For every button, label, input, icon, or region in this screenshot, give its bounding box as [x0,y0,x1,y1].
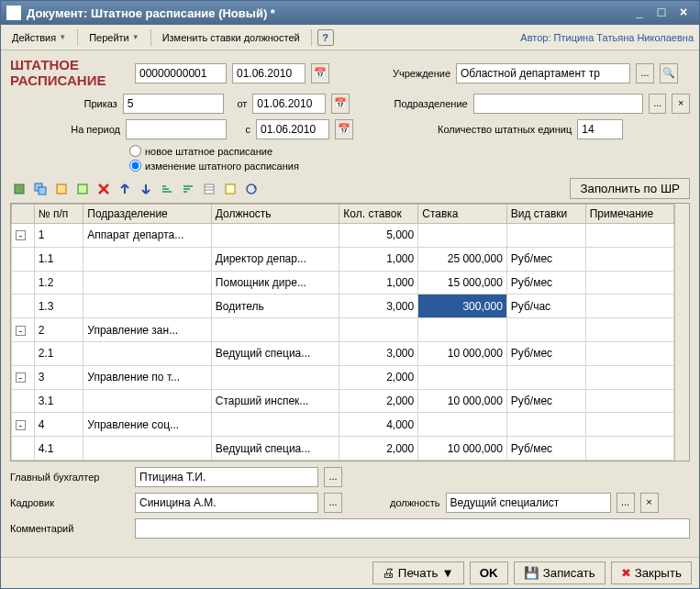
author-name: Птицина Татьяна Николаевна [554,32,694,43]
copy-row-icon[interactable] [31,180,50,198]
radio-change-label: изменение штатного расписания [145,161,299,172]
radio-new-input[interactable] [129,145,141,157]
svg-rect-5 [162,185,166,187]
column-header[interactable]: Ставка [418,205,507,224]
ok-button[interactable]: OK [470,561,508,584]
period-date-input[interactable] [256,119,329,139]
column-header[interactable]: Подразделение [83,205,212,224]
goto-menu[interactable]: Перейти▼ [83,29,145,46]
calendar-icon[interactable]: 📅 [311,63,329,83]
sort-desc-icon[interactable] [179,180,197,198]
svg-rect-7 [162,191,172,193]
table-row[interactable]: 1.3Водитель3,000300,000Руб/час [12,294,674,318]
move-up-icon[interactable] [116,180,134,198]
table-row[interactable]: 1.2Помощник дире...1,00015 000,000Руб/ме… [12,271,674,294]
close-icon: ✖ [621,566,631,580]
tree-toggle-icon[interactable]: - [16,372,26,383]
table-row[interactable]: -2Управление зан... [12,318,674,342]
hr-label: Кадровик [10,497,129,508]
move-down-icon[interactable] [137,180,155,198]
svg-rect-6 [162,188,169,190]
staffing-table: № п/пПодразделениеДолжностьКол. ставокСт… [11,204,674,461]
list-icon[interactable] [200,180,218,198]
units-input[interactable] [577,119,623,139]
column-header[interactable]: Кол. ставок [339,205,418,224]
column-header[interactable]: Вид ставки [506,205,585,224]
org-label: Учреждение [368,68,450,79]
close-button[interactable]: ✖Закрыть [611,561,692,584]
radio-new-label: новое штатное расписание [145,146,272,157]
svg-rect-11 [205,184,214,194]
comment-input[interactable] [135,518,690,539]
doc-number-input[interactable] [135,63,227,83]
period-input[interactable] [126,119,227,139]
select-button[interactable]: ... [324,467,342,487]
order-input[interactable] [123,94,224,114]
table-row[interactable]: 4.1Ведущий специа...2,00010 000,000Руб/м… [12,437,674,461]
position-label: должность [390,497,440,508]
order-date-input[interactable] [252,94,326,114]
clear-button[interactable]: × [640,493,659,513]
add-row-icon[interactable] [10,180,28,198]
delete-row-icon[interactable] [94,180,113,198]
position-input[interactable] [446,493,611,513]
edit-row-icon[interactable] [52,180,71,198]
select-button[interactable]: ... [636,63,654,83]
tree-toggle-icon[interactable]: - [16,420,26,430]
svg-rect-0 [15,184,24,194]
table-row[interactable]: 2.1Ведущий специа...3,00010 000,000Руб/м… [12,341,674,365]
refresh-icon[interactable] [242,180,261,198]
period-label: На период [10,124,120,135]
tree-toggle-icon[interactable]: - [16,230,26,240]
minimize-button[interactable]: _ [629,5,650,21]
accountant-input[interactable] [135,467,318,487]
lookup-icon[interactable]: 🔍 [660,63,678,83]
menu-separator [77,29,78,46]
clear-button[interactable]: × [672,94,690,114]
org-input[interactable] [456,63,630,83]
author-label: Автор: [520,32,550,43]
help-button[interactable]: ? [317,29,334,46]
calendar-icon[interactable]: 📅 [331,94,350,114]
scrollbar[interactable] [674,204,689,461]
table-row[interactable]: -3Управление по т...2,000 [12,365,674,389]
radio-change-schedule[interactable]: изменение штатного расписания [129,160,690,172]
close-window-button[interactable]: × [673,5,694,21]
doc-date-input[interactable] [232,63,306,83]
doc-title-1: ШТАТНОЕ [10,58,129,73]
order-label: Приказ [10,98,117,109]
calendar-icon[interactable]: 📅 [335,119,353,139]
svg-rect-3 [57,184,66,194]
subdiv-label: Подразделение [378,98,467,109]
print-button[interactable]: 🖨Печать▼ [372,561,464,584]
column-header[interactable]: № п/п [34,205,83,224]
table-row[interactable]: 3.1Старший инспек...2,00010 000,000Руб/м… [12,389,674,413]
column-header[interactable]: Должность [211,205,339,224]
tree-toggle-icon[interactable]: - [16,326,26,336]
table-row[interactable]: -1Аппарат департа...5,000 [12,224,674,248]
maximize-button[interactable]: □ [651,5,672,21]
doc-title-2: РАСПИСАНИЕ [10,73,129,89]
select-button[interactable]: ... [649,94,667,114]
author-info: Автор: Птицина Татьяна Николаевна [520,32,694,43]
table-row[interactable]: -4Управление соц...4,000 [12,413,674,437]
svg-rect-8 [183,185,193,187]
sort-asc-icon[interactable] [158,180,176,198]
actions-menu[interactable]: Действия▼ [6,29,72,46]
save-icon: 💾 [524,566,539,580]
list2-icon[interactable] [221,180,239,198]
level-icon[interactable] [73,180,92,198]
subdiv-input[interactable] [473,94,643,114]
radio-new-schedule[interactable]: новое штатное расписание [129,145,690,157]
hr-input[interactable] [135,493,318,513]
app-icon [6,6,21,20]
select-button[interactable]: ... [324,493,342,513]
fill-by-sr-button[interactable]: Заполнить по ШР [570,178,690,199]
radio-change-input[interactable] [129,160,141,172]
table-row[interactable]: 1.1Директор депар...1,00025 000,000Руб/м… [12,247,674,271]
printer-icon: 🖨 [383,566,394,580]
save-button[interactable]: 💾Записать [514,561,606,584]
select-button[interactable]: ... [617,493,635,513]
column-header[interactable]: Примечание [585,205,674,224]
change-rates-button[interactable]: Изменить ставки должностей [157,29,306,46]
